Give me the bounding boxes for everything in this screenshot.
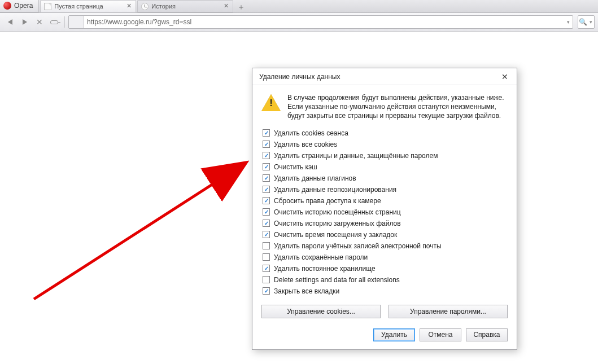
checkbox[interactable] [263,197,270,204]
checkbox[interactable] [263,276,270,283]
address-bar[interactable]: ▾ [68,15,573,29]
warning-block: ! В случае продолжения будут выполнены д… [261,93,508,121]
close-button[interactable]: ✕ [497,71,512,83]
option-label: Удалить страницы и данные, защищённые па… [274,152,438,160]
svg-line-1 [34,164,245,299]
options-list: Удалить cookies сеансаУдалить все cookie… [263,128,508,297]
option-row: Закрыть все вкладки [263,286,508,297]
option-label: Очистить историю загруженных файлов [274,220,401,227]
manage-row: Управление cookies... Управление паролям… [261,305,508,318]
site-identity-button[interactable] [69,16,84,28]
checkbox[interactable] [263,287,270,295]
option-row: Удалить постоянное хранилище [263,263,508,274]
checkbox[interactable] [263,163,270,170]
dialog-buttons: Удалить Отмена Справка [252,322,517,349]
option-label: Удалить пароли учётных записей электронн… [274,242,442,250]
new-tab-button[interactable]: ＋ [235,2,247,12]
page-icon [44,3,51,10]
option-row: Удалить страницы и данные, защищённые па… [263,150,508,161]
checkbox[interactable] [263,129,270,137]
tab-title: Пустая страница [54,3,125,10]
checkbox[interactable] [263,231,270,238]
option-row: Очистить историю посещённых страниц [263,207,508,218]
back-button[interactable] [3,15,17,29]
option-row: Удалить все cookies [263,139,508,150]
option-label: Очистить историю посещённых страниц [274,208,401,216]
option-row: Удалить данные геопозиционирования [263,184,508,195]
checkbox[interactable] [263,253,270,261]
checkbox[interactable] [263,152,270,159]
checkbox[interactable] [263,174,270,182]
option-label: Очистить время посещения у закладок [274,231,397,239]
option-label: Delete settings and data for all extensi… [274,276,400,284]
option-row: Удалить сохранённые пароли [263,252,508,263]
option-label: Удалить сохранённые пароли [274,253,368,261]
warning-icon: ! [261,94,281,111]
url-dropdown-icon[interactable]: ▾ [564,19,573,25]
search-engine-icon[interactable]: 🔍 [578,18,587,26]
option-row: Очистить кэш [263,161,508,173]
option-row: Удалить cookies сеанса [263,128,508,139]
checkbox[interactable] [263,265,270,272]
opera-icon [3,2,11,10]
tabs-container: Пустая страница ✕ История ✕ ＋ [39,0,247,12]
search-field[interactable]: 🔍 ▾ [578,15,595,29]
opera-menu-label: Opera [14,2,33,10]
close-icon[interactable]: ✕ [222,3,229,10]
history-icon [141,3,149,10]
cancel-button[interactable]: Отмена [420,328,461,341]
option-label: Удалить cookies сеанса [274,129,348,137]
option-label: Удалить все cookies [274,141,337,148]
tab-blank-page[interactable]: Пустая страница ✕ [40,0,136,12]
forward-button[interactable] [18,15,32,29]
search-dropdown-icon[interactable]: ▾ [587,19,594,25]
option-row: Delete settings and data for all extensi… [263,274,508,286]
close-icon[interactable]: ✕ [125,3,132,10]
delete-button[interactable]: Удалить [373,328,415,341]
password-key-button[interactable] [47,15,61,29]
tab-history[interactable]: История ✕ [137,0,233,12]
option-row: Удалить пароли учётных записей электронн… [263,240,508,252]
checkbox[interactable] [263,186,270,193]
option-row: Очистить время посещения у закладок [263,229,508,240]
toolbar-separator [64,16,65,28]
option-row: Удалить данные плагинов [263,173,508,184]
stop-button[interactable]: ✕ [33,15,46,29]
option-row: Сбросить права доступа к камере [263,195,508,207]
dialog-titlebar: Удаление личных данных ✕ [252,68,517,85]
tab-strip: Opera Пустая страница ✕ История ✕ ＋ [0,0,598,13]
manage-cookies-button[interactable]: Управление cookies... [261,305,381,318]
dialog-body: ! В случае продолжения будут выполнены д… [252,85,517,322]
opera-menu-button[interactable]: Opera [0,0,39,12]
help-button[interactable]: Справка [466,328,508,341]
checkbox[interactable] [263,220,270,227]
tab-title: История [151,3,222,10]
checkbox[interactable] [263,141,270,148]
checkbox[interactable] [263,208,270,216]
checkbox[interactable] [263,242,270,249]
manage-passwords-button[interactable]: Управление паролями... [389,305,508,318]
warning-text: В случае продолжения будут выполнены дей… [287,93,508,121]
url-input[interactable] [84,18,564,26]
option-label: Удалить данные плагинов [274,174,356,182]
option-label: Закрыть все вкладки [274,287,339,295]
option-label: Сбросить права доступа к камере [274,197,381,205]
option-label: Очистить кэш [274,163,317,171]
option-label: Удалить данные геопозиционирования [274,186,396,194]
option-label: Удалить постоянное хранилище [274,265,376,273]
delete-private-data-dialog: Удаление личных данных ✕ ! В случае прод… [252,68,517,350]
dialog-title: Удаление личных данных [259,73,340,81]
option-row: Очистить историю загруженных файлов [263,218,508,229]
toolbar: ✕ ▾ 🔍 ▾ [0,13,598,32]
